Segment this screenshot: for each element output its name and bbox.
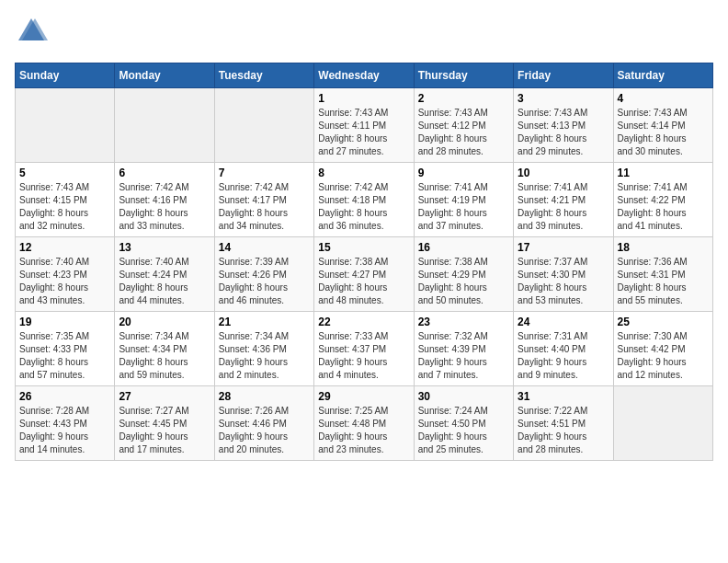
day-info: Sunrise: 7:28 AM Sunset: 4:43 PM Dayligh… [19, 405, 110, 456]
day-info: Sunrise: 7:36 AM Sunset: 4:31 PM Dayligh… [618, 256, 709, 307]
day-number: 20 [119, 316, 210, 328]
day-number: 9 [418, 167, 509, 179]
calendar-cell: 30Sunrise: 7:24 AM Sunset: 4:50 PM Dayli… [414, 386, 513, 461]
day-number: 30 [418, 390, 509, 403]
week-row-3: 12Sunrise: 7:40 AM Sunset: 4:23 PM Dayli… [16, 237, 713, 312]
day-header-sunday: Sunday [16, 63, 115, 88]
day-info: Sunrise: 7:32 AM Sunset: 4:39 PM Dayligh… [418, 330, 509, 382]
day-number: 11 [618, 167, 709, 179]
day-number: 15 [318, 241, 409, 254]
day-number: 22 [318, 316, 409, 328]
day-number: 29 [318, 390, 409, 403]
calendar-cell: 18Sunrise: 7:36 AM Sunset: 4:31 PM Dayli… [613, 237, 712, 312]
calendar-cell: 1Sunrise: 7:43 AM Sunset: 4:11 PM Daylig… [314, 88, 414, 163]
calendar-cell: 3Sunrise: 7:43 AM Sunset: 4:13 PM Daylig… [514, 88, 613, 163]
calendar-cell: 22Sunrise: 7:33 AM Sunset: 4:37 PM Dayli… [314, 312, 414, 386]
week-row-2: 5Sunrise: 7:43 AM Sunset: 4:15 PM Daylig… [16, 163, 713, 237]
day-number: 24 [518, 316, 609, 328]
day-info: Sunrise: 7:42 AM Sunset: 4:16 PM Dayligh… [119, 181, 210, 233]
calendar-cell: 14Sunrise: 7:39 AM Sunset: 4:26 PM Dayli… [214, 237, 313, 312]
calendar-cell: 15Sunrise: 7:38 AM Sunset: 4:27 PM Dayli… [314, 237, 414, 312]
day-info: Sunrise: 7:43 AM Sunset: 4:13 PM Dayligh… [518, 107, 609, 158]
day-info: Sunrise: 7:38 AM Sunset: 4:27 PM Dayligh… [318, 256, 409, 307]
day-number: 3 [518, 92, 609, 105]
calendar-cell: 27Sunrise: 7:27 AM Sunset: 4:45 PM Dayli… [115, 386, 214, 461]
day-info: Sunrise: 7:35 AM Sunset: 4:33 PM Dayligh… [19, 330, 110, 382]
day-number: 14 [219, 241, 310, 254]
calendar-cell: 23Sunrise: 7:32 AM Sunset: 4:39 PM Dayli… [414, 312, 513, 386]
day-info: Sunrise: 7:31 AM Sunset: 4:40 PM Dayligh… [518, 330, 609, 382]
day-number: 1 [318, 92, 409, 105]
day-info: Sunrise: 7:27 AM Sunset: 4:45 PM Dayligh… [119, 405, 210, 456]
day-number: 5 [19, 167, 110, 179]
day-number: 23 [418, 316, 509, 328]
day-info: Sunrise: 7:22 AM Sunset: 4:51 PM Dayligh… [518, 405, 609, 456]
day-number: 7 [219, 167, 310, 179]
day-info: Sunrise: 7:39 AM Sunset: 4:26 PM Dayligh… [219, 256, 310, 307]
logo-icon [15, 15, 48, 48]
calendar-cell: 17Sunrise: 7:37 AM Sunset: 4:30 PM Dayli… [514, 237, 613, 312]
day-info: Sunrise: 7:38 AM Sunset: 4:29 PM Dayligh… [418, 256, 509, 307]
calendar-cell: 25Sunrise: 7:30 AM Sunset: 4:42 PM Dayli… [613, 312, 712, 386]
day-number: 6 [119, 167, 210, 179]
day-number: 19 [19, 316, 110, 328]
day-info: Sunrise: 7:41 AM Sunset: 4:22 PM Dayligh… [618, 181, 709, 233]
day-header-friday: Friday [514, 63, 613, 88]
calendar-cell: 6Sunrise: 7:42 AM Sunset: 4:16 PM Daylig… [115, 163, 214, 237]
calendar-cell: 11Sunrise: 7:41 AM Sunset: 4:22 PM Dayli… [613, 163, 712, 237]
calendar-cell: 2Sunrise: 7:43 AM Sunset: 4:12 PM Daylig… [414, 88, 513, 163]
day-info: Sunrise: 7:41 AM Sunset: 4:19 PM Dayligh… [418, 181, 509, 233]
calendar-cell: 4Sunrise: 7:43 AM Sunset: 4:14 PM Daylig… [613, 88, 712, 163]
day-info: Sunrise: 7:43 AM Sunset: 4:11 PM Dayligh… [318, 107, 409, 158]
day-info: Sunrise: 7:30 AM Sunset: 4:42 PM Dayligh… [618, 330, 709, 382]
day-number: 18 [618, 241, 709, 254]
calendar-cell: 9Sunrise: 7:41 AM Sunset: 4:19 PM Daylig… [414, 163, 513, 237]
day-number: 17 [518, 241, 609, 254]
header-row: SundayMondayTuesdayWednesdayThursdayFrid… [16, 63, 713, 88]
calendar-cell: 7Sunrise: 7:42 AM Sunset: 4:17 PM Daylig… [214, 163, 313, 237]
calendar-cell [613, 386, 712, 461]
calendar-cell: 29Sunrise: 7:25 AM Sunset: 4:48 PM Dayli… [314, 386, 414, 461]
logo [15, 15, 48, 52]
calendar-cell: 12Sunrise: 7:40 AM Sunset: 4:23 PM Dayli… [16, 237, 115, 312]
header [15, 15, 713, 52]
day-info: Sunrise: 7:33 AM Sunset: 4:37 PM Dayligh… [318, 330, 409, 382]
day-info: Sunrise: 7:37 AM Sunset: 4:30 PM Dayligh… [518, 256, 609, 307]
day-info: Sunrise: 7:43 AM Sunset: 4:14 PM Dayligh… [618, 107, 709, 158]
calendar-cell: 31Sunrise: 7:22 AM Sunset: 4:51 PM Dayli… [514, 386, 613, 461]
calendar-cell [16, 88, 115, 163]
week-row-5: 26Sunrise: 7:28 AM Sunset: 4:43 PM Dayli… [16, 386, 713, 461]
day-info: Sunrise: 7:34 AM Sunset: 4:34 PM Dayligh… [119, 330, 210, 382]
day-number: 8 [318, 167, 409, 179]
day-header-wednesday: Wednesday [314, 63, 414, 88]
day-info: Sunrise: 7:41 AM Sunset: 4:21 PM Dayligh… [518, 181, 609, 233]
day-number: 28 [219, 390, 310, 403]
day-info: Sunrise: 7:40 AM Sunset: 4:23 PM Dayligh… [19, 256, 110, 307]
calendar-cell: 20Sunrise: 7:34 AM Sunset: 4:34 PM Dayli… [115, 312, 214, 386]
calendar-cell: 8Sunrise: 7:42 AM Sunset: 4:18 PM Daylig… [314, 163, 414, 237]
day-header-tuesday: Tuesday [214, 63, 313, 88]
day-number: 10 [518, 167, 609, 179]
calendar-cell: 5Sunrise: 7:43 AM Sunset: 4:15 PM Daylig… [16, 163, 115, 237]
calendar-table: SundayMondayTuesdayWednesdayThursdayFrid… [15, 63, 713, 461]
day-info: Sunrise: 7:42 AM Sunset: 4:17 PM Dayligh… [219, 181, 310, 233]
day-number: 25 [618, 316, 709, 328]
week-row-4: 19Sunrise: 7:35 AM Sunset: 4:33 PM Dayli… [16, 312, 713, 386]
calendar-cell: 10Sunrise: 7:41 AM Sunset: 4:21 PM Dayli… [514, 163, 613, 237]
day-number: 2 [418, 92, 509, 105]
day-info: Sunrise: 7:42 AM Sunset: 4:18 PM Dayligh… [318, 181, 409, 233]
day-number: 13 [119, 241, 210, 254]
day-number: 12 [19, 241, 110, 254]
day-header-monday: Monday [115, 63, 214, 88]
day-number: 26 [19, 390, 110, 403]
day-info: Sunrise: 7:43 AM Sunset: 4:12 PM Dayligh… [418, 107, 509, 158]
day-header-saturday: Saturday [613, 63, 712, 88]
calendar-cell: 28Sunrise: 7:26 AM Sunset: 4:46 PM Dayli… [214, 386, 313, 461]
day-info: Sunrise: 7:43 AM Sunset: 4:15 PM Dayligh… [19, 181, 110, 233]
day-info: Sunrise: 7:24 AM Sunset: 4:50 PM Dayligh… [418, 405, 509, 456]
day-info: Sunrise: 7:25 AM Sunset: 4:48 PM Dayligh… [318, 405, 409, 456]
day-info: Sunrise: 7:34 AM Sunset: 4:36 PM Dayligh… [219, 330, 310, 382]
day-info: Sunrise: 7:40 AM Sunset: 4:24 PM Dayligh… [119, 256, 210, 307]
day-number: 27 [119, 390, 210, 403]
calendar-cell: 21Sunrise: 7:34 AM Sunset: 4:36 PM Dayli… [214, 312, 313, 386]
